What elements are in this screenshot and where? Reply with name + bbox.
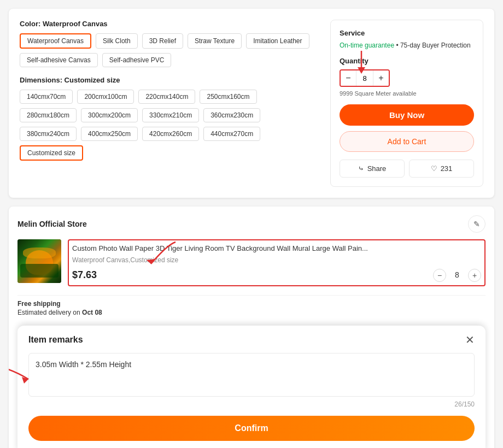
char-count: 26/150 xyxy=(28,400,475,408)
color-option-waterproof[interactable]: Waterproof Canvas xyxy=(20,33,91,49)
size-420x260[interactable]: 420cmx260cm xyxy=(142,127,199,141)
item-remarks-textarea[interactable]: 3.05m Width * 2.55m Height xyxy=(28,353,475,397)
product-row: Custom Photo Wall Paper 3D Tiger Living … xyxy=(17,239,486,288)
product-qty-increase[interactable]: + xyxy=(468,269,481,282)
edit-icon: ✎ xyxy=(473,220,480,228)
product-variant: Waterproof Canvas,Customized size xyxy=(72,256,481,265)
size-220x140[interactable]: 220cmx140cm xyxy=(138,90,195,104)
edit-button[interactable]: ✎ xyxy=(468,215,486,233)
share-button[interactable]: ⤷ Share xyxy=(340,160,405,178)
product-price: $7.63 xyxy=(72,268,97,282)
on-time-guarantee: On-time guarantee xyxy=(340,42,394,49)
color-option-silk[interactable]: Silk Cloth xyxy=(96,33,138,49)
delivery-text: Estimated delivery on Oct 08 xyxy=(17,309,486,316)
buy-now-button[interactable]: Buy Now xyxy=(340,104,474,126)
modal-header: Item remarks ✕ xyxy=(28,326,475,345)
product-title-box: Custom Photo Wall Paper 3D Tiger Living … xyxy=(68,239,486,286)
modal-title: Item remarks xyxy=(28,335,83,345)
protection-text: • 75-day Buyer Protection xyxy=(394,42,471,49)
textarea-wrapper: 3.05m Width * 2.55m Height xyxy=(28,353,475,398)
size-280x180[interactable]: 280cmx180cm xyxy=(20,108,77,122)
size-250x160[interactable]: 250cmx160cm xyxy=(200,90,256,104)
quantity-label: Quantity xyxy=(340,57,474,65)
size-options: 140cmx70cm 200cmx100cm 220cmx140cm 250cm… xyxy=(20,90,317,161)
product-qty-value: 8 xyxy=(453,270,461,281)
add-to-cart-button[interactable]: Add to Cart xyxy=(340,131,474,152)
svg-marker-3 xyxy=(22,377,28,384)
color-option-leather[interactable]: Imitation Leather xyxy=(246,33,309,49)
quantity-input[interactable] xyxy=(356,70,373,86)
size-140x70[interactable]: 140cmx70cm xyxy=(20,90,73,104)
stock-info: 9999 Square Meter available xyxy=(340,90,474,97)
size-330x210[interactable]: 330cmx210cm xyxy=(142,108,199,122)
shipping-text: Free shipping xyxy=(17,300,486,308)
product-image xyxy=(17,239,61,283)
shipping-info: Free shipping Estimated delivery on Oct … xyxy=(17,295,486,316)
action-row: ⤷ Share ♡ 231 xyxy=(340,160,474,178)
quantity-control: − + xyxy=(340,69,390,87)
confirm-button[interactable]: Confirm xyxy=(28,416,475,441)
color-option-straw[interactable]: Straw Texture xyxy=(188,33,242,49)
product-qty-control: − 8 + xyxy=(433,269,481,282)
quantity-increase-button[interactable]: + xyxy=(373,70,389,86)
color-option-self-pvc[interactable]: Self-adhesive PVC xyxy=(102,53,172,67)
product-qty-decrease[interactable]: − xyxy=(433,269,446,282)
color-options: Waterproof Canvas Silk Cloth 3D Relief S… xyxy=(20,33,317,67)
item-remarks-modal: Item remarks ✕ 3.05m Width * 2.55m Heigh… xyxy=(17,325,486,448)
left-panel: Color: Waterproof Canvas Waterproof Canv… xyxy=(20,20,317,187)
size-300x200[interactable]: 300cmx200cm xyxy=(81,108,138,122)
size-360x230[interactable]: 360cmx230cm xyxy=(203,108,260,122)
store-name: Melin Official Store xyxy=(17,220,87,228)
service-text: On-time guarantee • 75-day Buyer Protect… xyxy=(340,40,474,50)
heart-icon: ♡ xyxy=(431,164,437,173)
size-400x250[interactable]: 400cmx250cm xyxy=(81,127,138,141)
dimensions-section-title: Dimensions: Customized size xyxy=(20,76,317,84)
store-card: Melin Official Store ✎ Custom Photo Wall… xyxy=(9,207,494,448)
like-count: 231 xyxy=(441,164,453,173)
product-price-row: $7.63 − 8 + xyxy=(72,268,481,282)
color-section-title: Color: Waterproof Canvas xyxy=(20,20,317,28)
product-options-card: Color: Waterproof Canvas Waterproof Canv… xyxy=(9,9,494,198)
close-icon: ✕ xyxy=(465,334,475,346)
like-button[interactable]: ♡ 231 xyxy=(409,160,474,178)
quantity-decrease-button[interactable]: − xyxy=(341,70,356,86)
size-380x240[interactable]: 380cmx240cm xyxy=(20,127,77,141)
size-customized[interactable]: Customized size xyxy=(20,145,83,161)
size-200x100[interactable]: 200cmx100cm xyxy=(77,90,134,104)
service-label: Service xyxy=(340,29,474,37)
share-icon: ⤷ xyxy=(358,164,364,173)
color-option-3d[interactable]: 3D Relief xyxy=(142,33,183,49)
product-info: Custom Photo Wall Paper 3D Tiger Living … xyxy=(68,239,486,288)
delivery-date: Oct 08 xyxy=(82,309,102,316)
modal-close-button[interactable]: ✕ xyxy=(465,334,475,345)
store-header: Melin Official Store ✎ xyxy=(17,215,486,233)
color-option-self-canvas[interactable]: Self-adhesive Canvas xyxy=(20,53,98,67)
share-label: Share xyxy=(367,164,387,173)
size-440x270[interactable]: 440cmx270cm xyxy=(203,127,260,141)
product-title-text: Custom Photo Wall Paper 3D Tiger Living … xyxy=(72,244,481,254)
right-panel: Service On-time guarantee • 75-day Buyer… xyxy=(330,20,483,187)
